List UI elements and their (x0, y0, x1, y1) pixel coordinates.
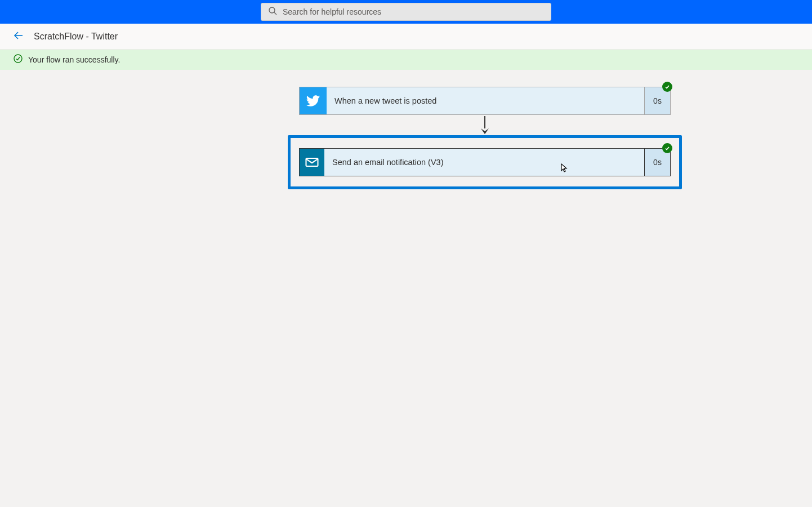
search-box[interactable] (261, 3, 551, 21)
svg-line-1 (274, 12, 276, 15)
status-message: Your flow ran successfully. (28, 55, 120, 64)
svg-point-3 (14, 55, 22, 63)
search-input[interactable] (283, 7, 544, 16)
svg-point-0 (269, 7, 275, 13)
action-label: Send an email notification (V3) (324, 149, 644, 176)
top-bar (0, 0, 812, 24)
success-icon (14, 54, 23, 65)
status-badge-success (662, 82, 672, 92)
search-icon (268, 6, 277, 17)
flow-canvas: When a new tweet is posted 0s Send an em… (0, 70, 812, 507)
twitter-icon (300, 87, 327, 114)
trigger-step[interactable]: When a new tweet is posted 0s (299, 87, 671, 115)
status-bar: Your flow ran successfully. (0, 50, 812, 70)
breadcrumb-bar: ScratchFlow - Twitter (0, 24, 812, 50)
trigger-label: When a new tweet is posted (327, 87, 644, 114)
action-step[interactable]: Send an email notification (V3) 0s (299, 148, 671, 176)
svg-marker-4 (481, 128, 489, 134)
status-badge-success (662, 143, 672, 153)
page-title: ScratchFlow - Twitter (34, 32, 118, 42)
mail-icon (300, 149, 324, 176)
flow-connector (480, 115, 490, 135)
selected-step-wrapper: Send an email notification (V3) 0s (288, 135, 682, 189)
back-arrow-icon[interactable] (14, 30, 24, 43)
